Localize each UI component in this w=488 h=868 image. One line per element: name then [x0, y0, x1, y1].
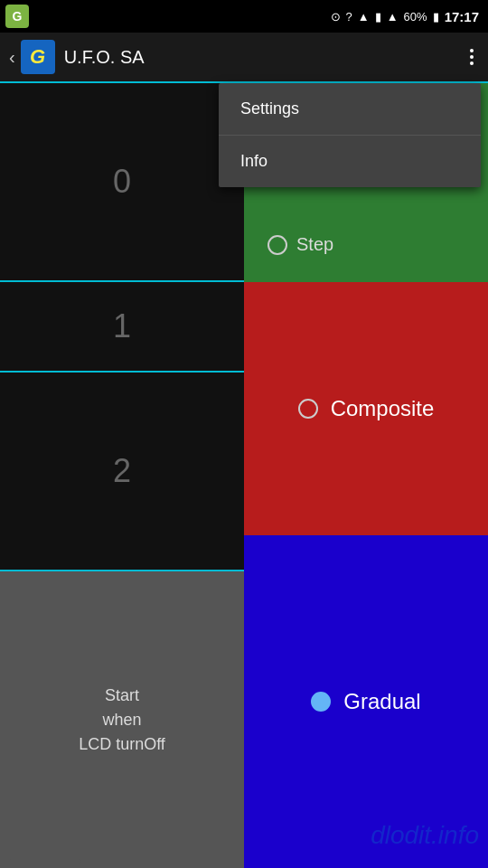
scroll-thumb[interactable]	[9, 859, 81, 863]
start-label-line2: when	[102, 708, 141, 732]
battery-icon: ▮	[433, 10, 439, 24]
signal2-icon: ▲	[387, 10, 399, 24]
status-bar: G ⊙ ? ▲ ▮ ▲ 60% ▮ 17:17	[0, 0, 488, 33]
status-time: 17:17	[445, 9, 479, 24]
right-column: Step Composite Gradual	[244, 83, 488, 868]
counter-2-value: 2	[113, 452, 131, 490]
menu-item-settings[interactable]: Settings	[219, 83, 481, 135]
overflow-dot-1	[470, 49, 474, 52]
menu-item-info[interactable]: Info	[219, 136, 481, 187]
composite-cell[interactable]: Composite	[244, 282, 488, 535]
composite-label: Composite	[331, 396, 435, 421]
start-label-line3: LCD turnOff	[79, 732, 165, 757]
battery-alt-icon: ▮	[375, 10, 381, 24]
step-radio-row: Step	[267, 234, 333, 255]
app-title: U.F.O. SA	[64, 47, 465, 68]
battery-percent: 60%	[404, 10, 427, 24]
step-radio-button[interactable]	[267, 235, 287, 255]
bluetooth-icon: ⊙	[331, 10, 341, 24]
counter-2-cell: 2	[0, 373, 244, 571]
dropdown-menu: Settings Info	[219, 83, 481, 187]
back-button[interactable]: ‹	[9, 47, 15, 68]
g-status-icon: G	[5, 5, 29, 28]
overflow-dot-2	[470, 55, 474, 59]
app-bar: ‹ G U.F.O. SA	[0, 33, 488, 83]
overflow-menu-button[interactable]	[465, 43, 479, 71]
question-icon: ?	[346, 10, 352, 24]
step-label: Step	[296, 234, 333, 255]
gradual-label: Gradual	[343, 689, 420, 714]
app-icon: G	[21, 40, 55, 74]
main-content: 0 1 2 Start when LCD turnOff Step	[0, 83, 488, 868]
status-left-icons: G	[0, 0, 29, 33]
counter-0-cell: 0	[0, 83, 244, 282]
composite-radio-button[interactable]	[298, 399, 318, 419]
gradual-cell[interactable]: Gradual	[244, 535, 488, 868]
scroll-bar-area	[0, 857, 244, 864]
counter-1-value: 1	[113, 307, 131, 345]
counter-1-cell: 1	[0, 282, 244, 373]
app-icon-letter: G	[30, 45, 45, 69]
start-label-line1: Start	[105, 684, 139, 708]
overflow-dot-3	[470, 61, 474, 65]
start-when-lcd-off-button[interactable]: Start when LCD turnOff	[0, 571, 244, 868]
left-column: 0 1 2 Start when LCD turnOff	[0, 83, 244, 868]
counter-0-value: 0	[113, 163, 131, 201]
signal1-icon: ▲	[358, 10, 370, 24]
gradual-radio-button[interactable]	[311, 692, 331, 712]
